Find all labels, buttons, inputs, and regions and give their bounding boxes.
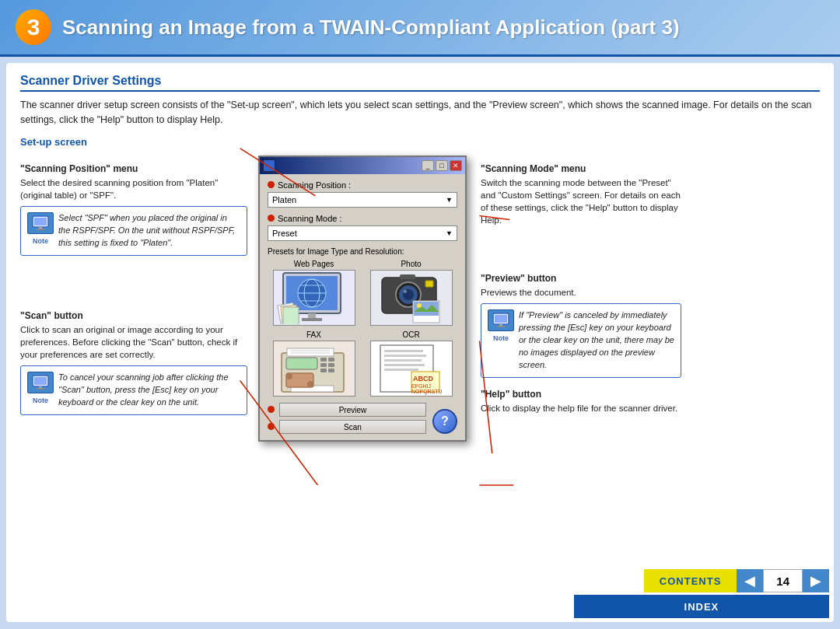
- scanning-position-note-box: Note Select "SPF" when you placed the or…: [20, 206, 247, 256]
- svg-point-44: [307, 381, 313, 387]
- scanning-pos-dot: [268, 181, 275, 188]
- content-columns: "Scanning Position" menu Select the desi…: [20, 156, 820, 442]
- preview-btn-element[interactable]: Preview: [279, 403, 426, 417]
- note-icon: [27, 212, 54, 234]
- index-button[interactable]: INDEX: [574, 595, 829, 618]
- preset-fax-img: [273, 341, 355, 397]
- scan-btn-element[interactable]: Scan: [279, 420, 426, 434]
- close-button[interactable]: ✕: [450, 160, 462, 171]
- setup-screen-label: Set-up screen: [20, 136, 820, 148]
- scanning-mode-annotation: "Scanning Mode" menu Switch the scanning…: [481, 163, 681, 226]
- minimize-button[interactable]: _: [422, 160, 434, 171]
- page-wrapper: 3 Scanning an Image from a TWAIN-Complia…: [0, 0, 840, 629]
- preview-button-text: Previews the document.: [481, 286, 681, 299]
- maximize-button[interactable]: □: [436, 160, 448, 171]
- preview-button-annotation: "Preview" button Previews the document.: [481, 273, 681, 378]
- svg-rect-35: [320, 358, 327, 362]
- svg-rect-56: [495, 315, 507, 323]
- preset-fax[interactable]: FAX: [268, 330, 360, 397]
- note-icon-3: [488, 309, 514, 331]
- spacer: [574, 569, 644, 592]
- dialog-window: _ □ ✕ Scanning Position :: [258, 156, 467, 442]
- contents-button[interactable]: CONTENTS: [644, 569, 737, 592]
- page-number: 14: [763, 569, 803, 592]
- right-column: "Scanning Mode" menu Switch the scanning…: [471, 156, 681, 414]
- scan-button-label: "Scan" button: [20, 310, 247, 321]
- section-title: Scanner Driver Settings: [20, 74, 820, 92]
- top-nav-row: CONTENTS ◀ 14 ▶: [574, 569, 829, 592]
- svg-rect-46: [384, 350, 423, 352]
- scanning-mode-dot: [268, 215, 275, 222]
- page-title: Scanning an Image from a TWAIN-Compliant…: [62, 16, 680, 40]
- prev-page-button[interactable]: ◀: [737, 569, 763, 592]
- window-controls: _ □ ✕: [422, 160, 462, 171]
- svg-text:EFGHIJ: EFGHIJ: [411, 383, 431, 389]
- svg-rect-16: [302, 318, 322, 321]
- svg-rect-37: [320, 363, 327, 367]
- svg-rect-49: [384, 364, 425, 366]
- preview-note-text: If "Preview" is canceled by immediately …: [519, 309, 674, 372]
- svg-rect-19: [283, 307, 299, 324]
- svg-rect-47: [384, 355, 426, 357]
- center-column: _ □ ✕ Scanning Position :: [254, 156, 471, 442]
- note-label-2: Note: [33, 396, 48, 406]
- svg-point-24: [404, 290, 407, 293]
- scan-button-note-text: To cancel your scanning job after clicki…: [58, 372, 240, 409]
- scan-button-text: Click to scan an original or image accor…: [20, 323, 247, 361]
- preset-fax-label: FAX: [306, 330, 321, 339]
- preset-webpages-label: Web Pages: [294, 260, 334, 268]
- preview-scan-col: Preview Scan: [268, 403, 426, 434]
- svg-rect-31: [287, 348, 334, 356]
- scanning-mode-dialog-label: Scanning Mode :: [278, 214, 342, 223]
- svg-rect-36: [328, 358, 334, 362]
- preset-photo-label: Photo: [401, 260, 421, 268]
- svg-text:ABCD: ABCD: [413, 375, 433, 383]
- scanning-position-field: Scanning Position : Platen ▼: [268, 180, 457, 208]
- presets-label: Presets for Image Type and Resolution:: [268, 247, 457, 256]
- svg-point-43: [286, 373, 292, 379]
- main-content: Scanner Driver Settings The scanner driv…: [6, 63, 834, 622]
- note-icon-2: [27, 372, 54, 393]
- scanning-pos-select[interactable]: Platen ▼: [268, 192, 457, 208]
- help-button-annotation: "Help" button Click to display the help …: [481, 389, 681, 414]
- note-label-3: Note: [493, 334, 509, 344]
- preset-ocr-img: ABCD EFGHIJ NOPQRSTU: [370, 341, 453, 397]
- svg-rect-38: [328, 363, 334, 367]
- svg-rect-48: [384, 359, 422, 362]
- help-button-text: Click to display the help file for the s…: [481, 402, 681, 414]
- dialog-body: Scanning Position : Platen ▼ Scannin: [260, 174, 465, 440]
- bottom-nav-container: CONTENTS ◀ 14 ▶ INDEX: [574, 569, 829, 618]
- preset-photo[interactable]: Photo: [365, 260, 457, 326]
- preview-note-box: Note If "Preview" is canceled by immedia…: [481, 303, 681, 378]
- left-column: "Scanning Position" menu Select the desi…: [20, 156, 254, 421]
- svg-rect-58: [497, 326, 505, 327]
- svg-rect-40: [328, 369, 334, 372]
- scanning-mode-select[interactable]: Preset ▼: [268, 225, 457, 241]
- scan-button-annotation: "Scan" button Click to scan an original …: [20, 310, 247, 415]
- preset-webpages[interactable]: Web Pages: [268, 260, 360, 326]
- scanning-mode-text: Switch the scanning mode between the "Pr…: [481, 176, 681, 226]
- preset-photo-img: [370, 270, 453, 326]
- bottom-nav-row: INDEX: [574, 595, 829, 618]
- dialog-bottom-row: Preview Scan ?: [268, 403, 457, 434]
- svg-rect-5: [34, 377, 47, 385]
- scanning-mode-field: Scanning Mode : Preset ▼: [268, 214, 457, 241]
- svg-rect-1: [34, 218, 47, 225]
- help-button-label: "Help" button: [481, 389, 681, 400]
- svg-text:NOPQRSTU: NOPQRSTU: [411, 389, 443, 395]
- page-header: 3 Scanning an Image from a TWAIN-Complia…: [0, 0, 840, 57]
- svg-rect-25: [425, 281, 433, 287]
- scanning-position-text: Select the desired scanning position fro…: [20, 176, 247, 201]
- help-btn-element[interactable]: ?: [432, 409, 457, 434]
- titlebar-icon: [263, 159, 275, 172]
- scan-dot: [268, 423, 275, 430]
- scanning-position-label: "Scanning Position" menu: [20, 163, 247, 174]
- dialog-titlebar: _ □ ✕: [260, 157, 465, 174]
- preview-button-label: "Preview" button: [481, 273, 681, 284]
- note-label: Note: [33, 236, 48, 246]
- svg-rect-15: [308, 313, 316, 319]
- svg-rect-39: [320, 369, 327, 372]
- preset-ocr[interactable]: OCR: [365, 330, 457, 397]
- svg-rect-26: [400, 274, 415, 279]
- next-page-button[interactable]: ▶: [803, 569, 829, 592]
